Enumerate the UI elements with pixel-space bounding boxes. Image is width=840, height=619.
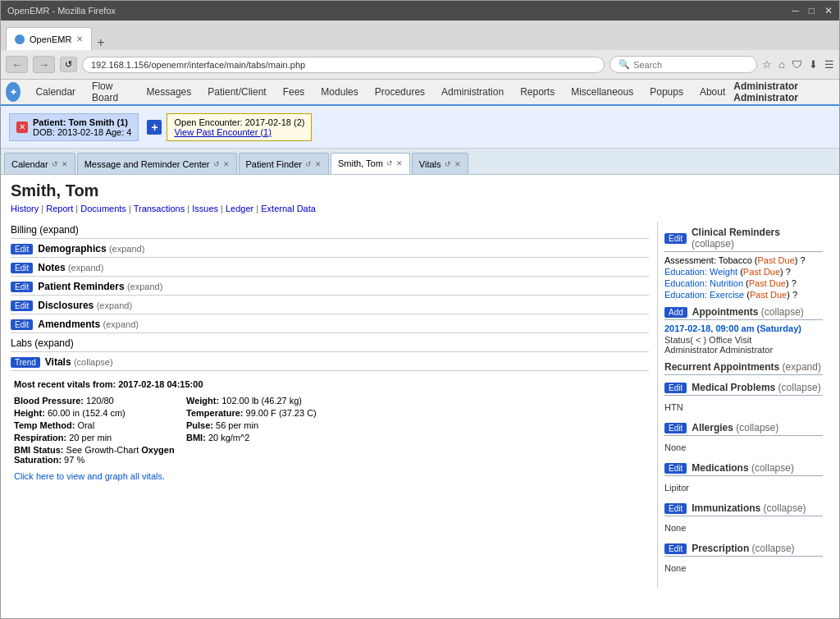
tab-smith-arrow: ↺ — [386, 159, 393, 167]
bookmark-icon[interactable]: ☆ — [762, 58, 772, 71]
report-link[interactable]: Report — [46, 204, 73, 213]
tab-message-center-label: Message and Reminder Center — [84, 159, 210, 169]
close-button[interactable]: ✕ — [824, 5, 833, 16]
restore-button[interactable]: □ — [809, 5, 815, 16]
encounter-box: + Open Encounter: 2017-02-18 (2) View Pa… — [147, 113, 312, 141]
transactions-link[interactable]: Transactions — [134, 204, 185, 213]
patient-info-box: ✕ Patient: Tom Smith (1) DOB: 2013-02-18… — [9, 113, 139, 141]
medications-value: Lipitor — [664, 479, 823, 496]
demographics-label: Demographics (expand) — [38, 243, 144, 254]
demographics-edit-button[interactable]: Edit — [11, 244, 33, 254]
view-past-encounter-link[interactable]: View Past Encounter (1) — [174, 127, 304, 137]
reminder-assessment-status: Past Due — [758, 255, 795, 265]
vitals-recent-title: Most recent vitals from: 2017-02-18 04:1… — [14, 379, 646, 389]
tab-finder-close[interactable]: ✕ — [315, 160, 322, 168]
allergies-edit-button[interactable]: Edit — [664, 423, 687, 433]
browser-tab-label: OpenEMR — [30, 34, 71, 44]
nav-about[interactable]: About — [692, 80, 733, 104]
tab-message-center[interactable]: Message and Reminder Center ↺ ✕ — [77, 153, 237, 174]
medical-problems-edit-button[interactable]: Edit — [664, 383, 687, 393]
documents-link[interactable]: Documents — [80, 204, 126, 213]
tab-smith-tom[interactable]: Smith, Tom ↺ ✕ — [331, 153, 410, 174]
refresh-button[interactable]: ↺ — [60, 57, 77, 72]
nav-fees[interactable]: Fees — [275, 80, 313, 104]
home-icon[interactable]: ⌂ — [778, 58, 785, 71]
tab-message-arrow: ↺ — [213, 160, 220, 168]
nav-flow-board[interactable]: Flow Board — [84, 80, 139, 104]
patient-dob: DOB: 2013-02-18 Age: 4 — [33, 127, 131, 137]
tab-calendar[interactable]: Calendar ↺ ✕ — [4, 153, 75, 174]
nav-patient-client[interactable]: Patient/Client — [199, 80, 274, 104]
patient-bar: ✕ Patient: Tom Smith (1) DOB: 2013-02-18… — [1, 106, 839, 149]
recurrent-appointments-header: Recurrent Appointments (expand) — [664, 361, 823, 375]
nav-administration[interactable]: Administration — [433, 80, 512, 104]
patient-reminders-edit-button[interactable]: Edit — [11, 282, 33, 292]
shield-icon[interactable]: 🛡 — [792, 58, 802, 71]
appointments-add-button[interactable]: Add — [664, 307, 687, 318]
immunizations-edit-button[interactable]: Edit — [664, 503, 687, 514]
vitals-graph-link[interactable]: Click here to view and graph all vitals. — [14, 471, 646, 481]
page-tab-strip: Calendar ↺ ✕ Message and Reminder Center… — [1, 149, 839, 175]
bmi-status-item: BMI Status: See Growth-Chart Oxygen Satu… — [14, 445, 178, 465]
medications-edit-button[interactable]: Edit — [664, 463, 687, 474]
nav-calendar[interactable]: Calendar — [27, 80, 84, 104]
tab-message-close[interactable]: ✕ — [223, 160, 230, 168]
prescription-value: None — [664, 560, 823, 576]
browser-tab-close[interactable]: ✕ — [76, 34, 83, 44]
nav-popups[interactable]: Popups — [641, 80, 692, 104]
vitals-trend-button[interactable]: Trend — [11, 357, 40, 368]
appointment-date: 2017-02-18, 09:00 am (Saturday) — [664, 323, 823, 333]
nav-procedures[interactable]: Procedures — [367, 80, 433, 104]
tab-smith-close[interactable]: ✕ — [396, 159, 403, 167]
notes-edit-button[interactable]: Edit — [11, 263, 33, 273]
ledger-link[interactable]: Ledger — [226, 204, 253, 213]
encounter-dropdown: Open Encounter: 2017-02-18 (2) View Past… — [167, 113, 312, 141]
amendments-edit-button[interactable]: Edit — [11, 319, 33, 330]
clinical-reminders-edit-button[interactable]: Edit — [664, 233, 687, 244]
disclosures-row: Edit Disclosures (expand) — [11, 297, 649, 314]
app-nav: ✚ Calendar Flow Board Messages Patient/C… — [1, 80, 839, 106]
nav-reports[interactable]: Reports — [512, 80, 563, 104]
appointment-provider: Administrator Administrator — [664, 345, 823, 355]
patient-name-bar: Patient: Tom Smith (1) — [33, 117, 131, 127]
reminder-weight-link[interactable]: Education: Weight — [664, 267, 737, 277]
tab-finder-arrow: ↺ — [305, 160, 312, 168]
reminder-nutrition-link[interactable]: Education: Nutrition — [664, 278, 743, 288]
tab-vitals-close[interactable]: ✕ — [454, 160, 461, 168]
labs-label: Labs (expand) — [11, 337, 74, 349]
disclosures-edit-button[interactable]: Edit — [11, 300, 33, 311]
url-bar[interactable] — [82, 57, 605, 73]
amendments-row: Edit Amendments (expand) — [11, 316, 649, 333]
tab-patient-finder-label: Patient Finder — [246, 159, 302, 169]
nav-modules[interactable]: Modules — [313, 80, 366, 104]
immunizations-title: Immunizations (collapse) — [692, 502, 806, 514]
tab-patient-finder[interactable]: Patient Finder ↺ ✕ — [239, 153, 329, 174]
back-button[interactable]: ← — [6, 56, 28, 73]
main-area: Smith, Tom History | Report | Documents … — [1, 175, 839, 618]
clinical-reminders-section: Edit Clinical Reminders (collapse) Asses… — [664, 227, 823, 300]
minimize-button[interactable]: ─ — [792, 5, 799, 16]
new-tab-button[interactable]: + — [94, 35, 107, 50]
reminder-exercise-link[interactable]: Education: Exercise — [664, 290, 744, 300]
immunizations-section: Edit Immunizations (collapse) None — [664, 502, 823, 536]
nav-messages[interactable]: Messages — [139, 80, 200, 104]
download-icon[interactable]: ⬇ — [809, 58, 818, 71]
browser-tab[interactable]: OpenEMR ✕ — [6, 27, 92, 50]
patient-close-button[interactable]: ✕ — [16, 122, 28, 133]
notes-label: Notes (expand) — [38, 262, 103, 273]
history-link[interactable]: History — [11, 204, 39, 213]
patient-reminders-label: Patient Reminders (expand) — [38, 281, 162, 292]
nav-miscellaneous[interactable]: Miscellaneous — [563, 80, 641, 104]
respiration-item: Respiration: 20 per min — [14, 433, 178, 442]
prescription-edit-button[interactable]: Edit — [664, 543, 687, 554]
issues-link[interactable]: Issues — [192, 204, 218, 213]
tab-calendar-close[interactable]: ✕ — [62, 160, 68, 168]
forward-button[interactable]: → — [33, 56, 55, 73]
tab-vitals[interactable]: Vitals ↺ ✕ — [412, 153, 468, 174]
external-data-link[interactable]: External Data — [261, 204, 316, 213]
notes-row: Edit Notes (expand) — [11, 259, 649, 277]
search-input[interactable] — [633, 60, 748, 70]
allergies-title: Allergies (collapse) — [692, 422, 778, 433]
add-encounter-button[interactable]: + — [147, 120, 162, 135]
menu-icon[interactable]: ☰ — [824, 58, 834, 71]
